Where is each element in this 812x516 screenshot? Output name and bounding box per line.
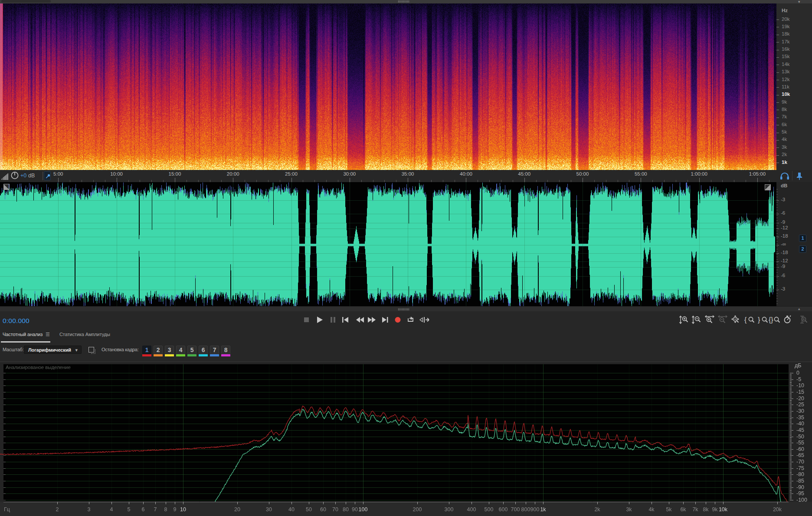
svg-text:}: } bbox=[758, 316, 760, 323]
svg-text:{: { bbox=[744, 316, 747, 323]
svg-text:{}: {} bbox=[769, 316, 773, 323]
